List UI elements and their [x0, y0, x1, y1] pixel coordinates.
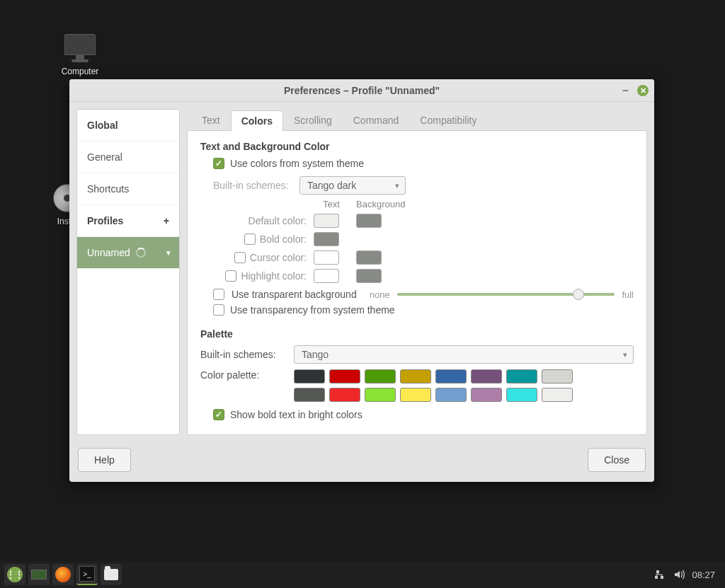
desktop-icon-computer[interactable]: Computer [48, 34, 112, 76]
taskbar: ⋮⋮ >_ 08:27 [0, 561, 725, 588]
palette-row-2 [294, 388, 573, 402]
profile-name: Unnamed [87, 247, 130, 258]
tab-command[interactable]: Command [343, 110, 410, 130]
tabs: Text Colors Scrolling Command Compatibil… [187, 109, 647, 130]
default-text-colorwell[interactable] [314, 214, 339, 228]
colors-panel: Text and Background Color Use colors fro… [187, 130, 647, 435]
add-profile-button[interactable]: + [164, 215, 169, 226]
sidebar-item-general[interactable]: General [77, 142, 179, 173]
palette-swatch[interactable] [471, 388, 502, 402]
default-bg-colorwell[interactable] [356, 214, 382, 228]
sidebar-item-unnamed[interactable]: Unnamed ▼ [77, 237, 179, 269]
palette-swatch[interactable] [542, 369, 573, 384]
files-launcher[interactable] [101, 564, 122, 585]
sidebar: Global General Shortcuts Profiles + Unna… [76, 109, 180, 435]
computer-label: Computer [48, 67, 112, 76]
monitor-icon [64, 34, 96, 55]
highlight-color-label: Highlight color: [241, 270, 307, 282]
use-system-theme-label: Use colors from system theme [230, 158, 364, 169]
palette-swatch[interactable] [329, 388, 360, 402]
bold-color-label: Bold color: [260, 234, 307, 245]
firefox-icon [55, 567, 71, 582]
menu-button[interactable]: ⋮⋮ [4, 564, 25, 585]
tab-colors[interactable]: Colors [231, 110, 283, 131]
default-color-label: Default color: [213, 215, 307, 226]
palette-builtin-select[interactable]: Tango [294, 345, 634, 364]
svg-rect-2 [661, 576, 663, 579]
tab-text[interactable]: Text [191, 110, 231, 130]
sidebar-item-shortcuts[interactable]: Shortcuts [77, 173, 179, 205]
show-desktop-button[interactable] [28, 564, 50, 585]
col-header-text: Text [314, 199, 349, 209]
loading-icon [136, 248, 146, 258]
builtin-scheme-select[interactable]: Tango dark [299, 176, 406, 195]
titlebar[interactable]: Preferences – Profile "Unnamed" – ✕ [69, 79, 654, 102]
tab-compatibility[interactable]: Compatibility [409, 110, 487, 130]
tab-scrolling[interactable]: Scrolling [283, 110, 343, 130]
palette-swatch[interactable] [365, 388, 396, 402]
bold-text-colorwell[interactable] [314, 232, 339, 246]
cursor-bg-colorwell[interactable] [356, 250, 382, 265]
cursor-text-colorwell[interactable] [314, 250, 339, 265]
palette-swatch[interactable] [542, 388, 573, 402]
palette-swatch[interactable] [400, 388, 431, 402]
mint-logo-icon: ⋮⋮ [7, 567, 23, 582]
cursor-color-checkbox[interactable] [234, 252, 246, 263]
transparent-bg-label: Use transparent background [232, 289, 357, 300]
palette-swatch[interactable] [435, 388, 467, 402]
bold-color-checkbox[interactable] [244, 234, 256, 245]
palette-swatch[interactable] [506, 369, 537, 384]
network-icon[interactable] [655, 569, 666, 580]
sidebar-heading-global: Global [77, 110, 179, 142]
slider-none-label: none [370, 289, 390, 300]
sidebar-heading-profiles: Profiles + [77, 205, 179, 237]
minimize-button[interactable]: – [622, 84, 629, 97]
col-header-bg: Background [356, 199, 396, 209]
svg-rect-0 [656, 570, 659, 573]
palette-swatch[interactable] [435, 369, 467, 384]
transparency-slider[interactable] [397, 293, 615, 296]
profile-menu-caret[interactable]: ▼ [165, 249, 172, 257]
palette-swatch[interactable] [400, 369, 431, 384]
desktop-icon [31, 570, 47, 580]
palette-swatch[interactable] [471, 369, 502, 384]
builtin-schemes-label: Built-in schemes: [213, 180, 294, 191]
transparency-system-checkbox[interactable] [213, 304, 224, 316]
close-button[interactable]: Close [588, 448, 646, 472]
color-palette-label: Color palette: [200, 369, 284, 381]
volume-icon[interactable] [673, 569, 685, 580]
folder-icon [104, 569, 118, 580]
use-system-theme-checkbox[interactable] [213, 158, 224, 169]
palette-swatch[interactable] [365, 369, 396, 384]
transparency-system-label: Use transparency from system theme [230, 304, 395, 316]
highlight-bg-colorwell[interactable] [356, 269, 382, 283]
cursor-color-label: Cursor color: [250, 252, 307, 263]
palette-builtin-value: Tango [302, 349, 329, 360]
palette-swatch[interactable] [506, 388, 537, 402]
clock[interactable]: 08:27 [692, 570, 715, 580]
slider-thumb[interactable] [573, 289, 584, 300]
builtin-scheme-value: Tango dark [307, 180, 356, 191]
window-title: Preferences – Profile "Unnamed" [284, 85, 440, 96]
window-close-button[interactable]: ✕ [637, 85, 649, 96]
firefox-launcher[interactable] [52, 564, 74, 585]
palette-builtin-label: Built-in schemes: [200, 349, 284, 360]
palette-row-1 [294, 369, 573, 384]
transparent-bg-checkbox[interactable] [213, 289, 224, 300]
highlight-text-colorwell[interactable] [314, 269, 339, 283]
text-bg-heading: Text and Background Color [200, 141, 634, 152]
preferences-window: Preferences – Profile "Unnamed" – ✕ Glob… [69, 79, 654, 482]
help-button[interactable]: Help [78, 448, 131, 472]
palette-swatch[interactable] [329, 369, 360, 384]
bold-bright-label: Show bold text in bright colors [230, 409, 362, 420]
terminal-icon: >_ [79, 566, 95, 582]
palette-heading: Palette [200, 328, 634, 340]
slider-full-label: full [622, 289, 634, 300]
highlight-color-checkbox[interactable] [225, 270, 236, 282]
palette-swatch[interactable] [294, 369, 325, 384]
palette-swatch[interactable] [294, 388, 325, 402]
terminal-launcher[interactable]: >_ [76, 564, 98, 585]
bold-bright-checkbox[interactable] [213, 409, 224, 420]
svg-rect-1 [655, 576, 658, 579]
